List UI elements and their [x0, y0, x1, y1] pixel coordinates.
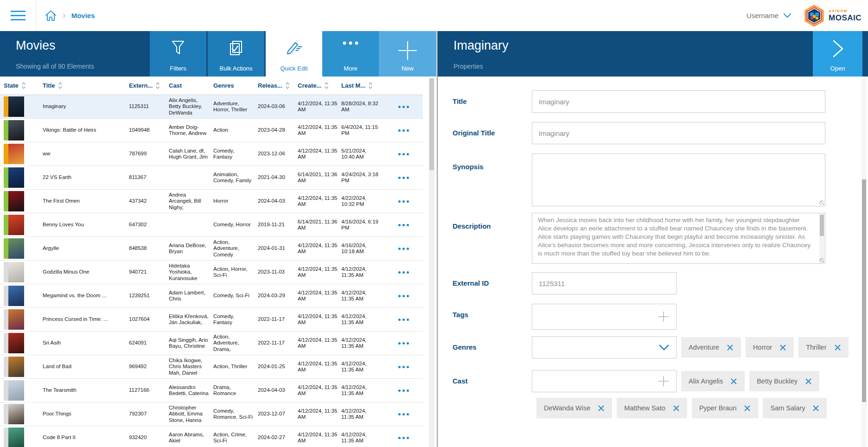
created-cell: 4/12/2024, 11:35 AM [298, 313, 341, 326]
state-cell [4, 215, 43, 235]
table-row[interactable]: Megamind vs. the Doom ...1239251Adam Lam… [0, 284, 423, 308]
table-row[interactable]: Imaginary1125311Alix Angelis, Betty Buck… [0, 95, 423, 119]
remove-chip-icon[interactable] [673, 405, 680, 412]
genre-chip: Thriller [798, 337, 848, 358]
row-actions-button[interactable] [384, 319, 423, 321]
action-filters-button[interactable]: Filters [150, 31, 206, 77]
column-header-releas[interactable]: Releas... [258, 82, 298, 89]
sort-icon[interactable] [155, 82, 160, 89]
table-row[interactable]: Poor Things792307Christopher Abbott, Emm… [0, 402, 423, 426]
sort-icon[interactable] [285, 82, 290, 89]
column-header-title[interactable]: Title [43, 82, 129, 89]
user-menu[interactable]: Username [747, 12, 791, 19]
row-actions-button[interactable] [384, 295, 423, 297]
resize-handle-icon[interactable] [819, 200, 824, 205]
genres-select[interactable] [532, 336, 677, 358]
open-button[interactable]: Open [813, 31, 862, 77]
row-actions-button[interactable] [384, 390, 423, 392]
state-indicator [4, 120, 8, 140]
synopsis-textarea[interactable] [532, 153, 825, 206]
action-more-button[interactable]: More [322, 31, 379, 77]
table-row[interactable]: 22 VS Earth811367Animation, Comedy, Fami… [0, 166, 423, 190]
row-actions-button[interactable] [384, 200, 423, 203]
state-cell [4, 333, 43, 353]
row-actions-button[interactable] [384, 153, 423, 155]
plus-icon[interactable] [657, 370, 670, 392]
sort-icon[interactable] [368, 82, 373, 89]
remove-chip-icon[interactable] [812, 405, 819, 412]
tags-input[interactable] [532, 304, 677, 330]
resize-handle-icon[interactable] [819, 258, 824, 262]
genres-cell: Comedy, Horror [213, 222, 258, 228]
column-header-create[interactable]: Create... [298, 82, 341, 89]
table-row[interactable]: Princess Cursed in Time: ...1027604Elišk… [0, 308, 423, 332]
row-actions-button[interactable] [384, 248, 423, 250]
row-actions-button[interactable] [384, 129, 423, 132]
row-actions-button[interactable] [384, 437, 423, 439]
action-bulk-actions-button[interactable]: Bulk Actions [208, 31, 264, 77]
description-textarea[interactable]: When Jessica moves back into her childho… [532, 213, 825, 264]
external-id-cell: 969492 [129, 364, 169, 370]
row-actions-button[interactable] [384, 224, 423, 226]
details-panel: Imaginary Properties Open Title Original… [438, 31, 868, 447]
hamburger-menu-icon[interactable] [0, 0, 36, 31]
row-actions-button[interactable] [384, 177, 423, 179]
action-quick-edit-button[interactable]: Quick Edit [266, 31, 322, 77]
title-input[interactable] [532, 90, 825, 113]
table-row[interactable]: Code 8 Part II932420Aaron Abrams, AkielA… [0, 426, 423, 447]
list-scrollbar[interactable] [429, 77, 434, 447]
table-row[interactable]: Land of Bad969492Chika Ikogwe, Chris Mas… [0, 355, 423, 379]
sort-icon[interactable] [21, 82, 26, 89]
table-header-row: StateTitleExtern...CastGenresReleas...Cr… [0, 77, 423, 95]
column-label: Extern... [129, 82, 153, 89]
sort-icon[interactable] [58, 82, 63, 89]
row-actions-button[interactable] [384, 106, 423, 108]
remove-chip-icon[interactable] [727, 344, 734, 351]
remove-chip-icon[interactable] [805, 378, 812, 385]
details-scrollbar-thumb[interactable] [862, 179, 866, 402]
row-actions-button[interactable] [384, 271, 423, 274]
external-id-input[interactable] [532, 272, 677, 294]
modified-cell: 4/24/2024, 3:18 PM [341, 172, 384, 184]
original-title-input[interactable] [532, 122, 825, 144]
table-row[interactable]: Vikings: Battle of Heirs1049948Amber Doi… [0, 119, 423, 142]
action-new-button[interactable]: New [379, 31, 436, 77]
column-header-lastm[interactable]: Last M... [341, 82, 384, 89]
table-row[interactable]: Sri Asih624091Aqi Singgih, Ario Bayu, Ch… [0, 332, 423, 355]
state-cell [4, 167, 43, 188]
remove-chip-icon[interactable] [730, 378, 737, 385]
column-header-state[interactable]: State [4, 82, 43, 89]
description-scrollbar[interactable] [819, 214, 824, 263]
external-id-cell: 624091 [129, 340, 169, 346]
details-scrollbar[interactable] [862, 77, 867, 447]
row-actions-button[interactable] [384, 342, 423, 345]
home-icon[interactable] [45, 9, 57, 22]
row-actions-button[interactable] [384, 413, 423, 415]
synopsis-field-label: Synopsis [453, 153, 532, 206]
table-row[interactable]: Benny Loves You647302Comedy, Horror2019-… [0, 213, 423, 237]
remove-chip-icon[interactable] [834, 344, 841, 351]
table-row[interactable]: Godzilla Minus One940721Hidetaka Yoshiok… [0, 261, 423, 284]
modified-cell: 5/21/2024, 10:40 AM [341, 148, 384, 160]
plus-icon[interactable] [657, 304, 670, 329]
column-header-extern[interactable]: Extern... [129, 82, 169, 89]
remove-chip-icon[interactable] [779, 344, 786, 351]
remove-chip-icon[interactable] [598, 405, 605, 412]
cast-input[interactable] [532, 370, 677, 392]
poster-thumbnail [8, 357, 24, 377]
genre-chip: Horror [746, 337, 794, 358]
table-row[interactable]: The First Omen437342Andrea Arcangeli, Bi… [0, 190, 423, 213]
poster-thumbnail [8, 120, 24, 140]
table-row[interactable]: Argylle848538Ariana DeBose, BryanAction,… [0, 237, 423, 261]
table-row[interactable]: The Tearsmith1127166Alessandro Bedetti, … [0, 379, 423, 402]
breadcrumb-current[interactable]: Movies [71, 12, 95, 19]
sort-icon[interactable] [324, 82, 329, 89]
genres-cell: Comedy, Sci-Fi [213, 293, 258, 299]
description-scrollbar-thumb[interactable] [820, 215, 824, 236]
remove-chip-icon[interactable] [744, 405, 751, 412]
created-cell: 4/12/2024, 11:35 AM [298, 361, 341, 373]
list-scrollbar-thumb[interactable] [429, 78, 434, 170]
chip-label: Thriller [806, 344, 826, 351]
row-actions-button[interactable] [384, 366, 423, 368]
table-row[interactable]: ww787699Calah Lane, df, Hugh Grant, JimC… [0, 142, 423, 166]
